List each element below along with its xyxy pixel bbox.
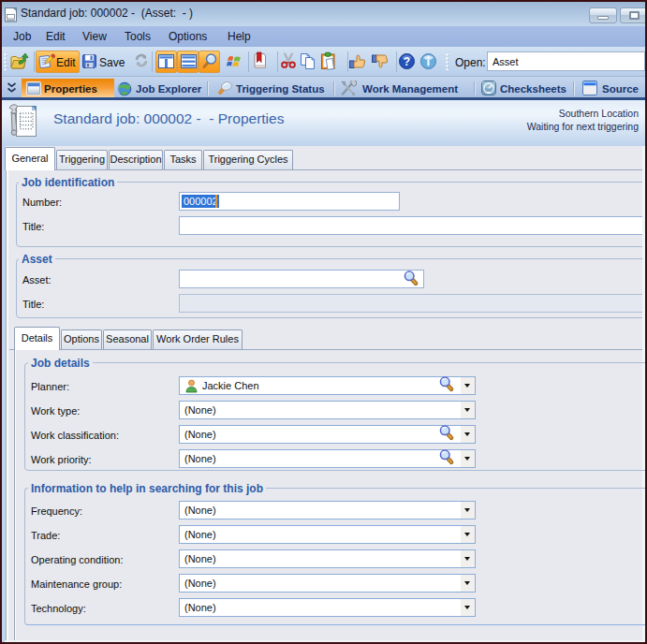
svg-text:?: ? xyxy=(404,55,410,68)
